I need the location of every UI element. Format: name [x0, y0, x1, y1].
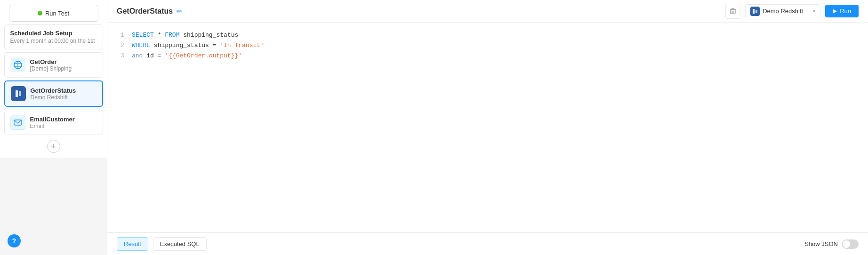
database-selector[interactable]: Demo Redshift ▾ [745, 4, 820, 18]
add-step-button[interactable]: + [47, 140, 60, 153]
code-line-3: 3 and id = '{{GetOrder.output}}' [119, 51, 857, 61]
id-field: id = [146, 52, 165, 59]
show-json-label: Show JSON [804, 240, 838, 247]
scheduled-job-subtitle: Every 1 month at 00:00 on the 1st [10, 38, 97, 44]
step-name-emailcustomer: EmailCustomer [30, 116, 75, 123]
add-step-icon: + [51, 142, 56, 151]
tab-result[interactable]: Result [117, 237, 148, 251]
main-header: GetOrderStatus ✏ [107, 0, 868, 23]
svg-rect-8 [731, 8, 734, 9]
delete-button[interactable] [725, 4, 740, 19]
line-num-1: 1 [119, 30, 124, 40]
in-transit-value: 'In Transit' [220, 42, 264, 49]
template-variable: '{{GetOrder.output}}' [165, 52, 242, 59]
step-info-getorderstatus: GetOrderStatus Demo Redshift [31, 87, 76, 101]
email-icon [10, 115, 25, 130]
svg-rect-14 [755, 10, 757, 13]
star-symbol: * [158, 32, 165, 39]
step-name-getorder: GetOrder [30, 58, 72, 65]
main-content: GetOrderStatus ✏ [107, 0, 868, 255]
step-info-emailcustomer: EmailCustomer Email [30, 116, 75, 129]
help-icon: ? [12, 237, 16, 245]
where-field: shipping_status = [154, 42, 220, 49]
tab-executed-sql-label: Executed SQL [160, 240, 200, 247]
show-json-toggle[interactable] [842, 239, 859, 249]
run-label: Run [840, 8, 851, 15]
chevron-down-icon: ▾ [813, 8, 815, 14]
step-card-emailcustomer[interactable]: EmailCustomer Email [4, 110, 103, 135]
tab-result-label: Result [124, 240, 141, 247]
bottom-bar: Result Executed SQL Show JSON [107, 232, 868, 255]
code-line-3-text: and id = '{{GetOrder.output}}' [132, 51, 242, 61]
keyword-where: WHERE [132, 42, 150, 49]
step-name-getorderstatus: GetOrderStatus [31, 87, 76, 94]
header-right: Demo Redshift ▾ Run [725, 4, 859, 19]
keyword-select: SELECT [132, 32, 154, 39]
keyword-from: FROM [165, 32, 179, 39]
run-test-label: Run Test [45, 10, 69, 17]
run-test-button[interactable]: Run Test [9, 5, 98, 22]
code-line-1: 1 SELECT * FROM shipping_status [119, 30, 857, 40]
step-sub-emailcustomer: Email [30, 123, 75, 129]
keyword-and: and [132, 52, 143, 59]
scheduled-job-card: Scheduled Job Setup Every 1 month at 00:… [4, 24, 103, 49]
green-dot-icon [38, 11, 42, 16]
line-num-3: 3 [119, 51, 124, 61]
code-line-2: 2 WHERE shipping_status = 'In Transit' [119, 40, 857, 51]
help-button[interactable]: ? [8, 234, 21, 247]
code-line-2-text: WHERE shipping_status = 'In Transit' [132, 40, 264, 51]
shipping-icon [10, 57, 25, 72]
scheduled-job-title: Scheduled Job Setup [10, 30, 97, 37]
table-name: shipping_status [183, 32, 238, 39]
step-sub-getorderstatus: Demo Redshift [31, 94, 76, 101]
step-card-getorder[interactable]: GetOrder [Demo] Shipping [4, 52, 103, 78]
line-num-2: 2 [119, 40, 124, 51]
play-icon [833, 9, 837, 14]
db-icon [750, 7, 760, 16]
edit-icon[interactable]: ✏ [177, 8, 182, 15]
trash-icon [730, 8, 736, 15]
svg-rect-13 [753, 9, 755, 14]
svg-rect-4 [16, 90, 18, 97]
header-left: GetOrderStatus ✏ [117, 7, 182, 16]
step-info-getorder: GetOrder [Demo] Shipping [30, 58, 72, 72]
show-json-area: Show JSON [804, 239, 859, 249]
step-card-getorderstatus[interactable]: GetOrderStatus Demo Redshift [4, 80, 103, 107]
job-title: GetOrderStatus [117, 7, 173, 16]
run-button[interactable]: Run [825, 5, 859, 17]
db-name-label: Demo Redshift [763, 8, 803, 15]
svg-rect-5 [19, 91, 21, 96]
code-line-1-text: SELECT * FROM shipping_status [132, 30, 238, 40]
tab-executed-sql[interactable]: Executed SQL [153, 237, 207, 251]
step-sub-getorder: [Demo] Shipping [30, 65, 72, 72]
code-editor[interactable]: 1 SELECT * FROM shipping_status 2 WHERE … [107, 23, 868, 232]
redshift-icon [11, 86, 26, 101]
